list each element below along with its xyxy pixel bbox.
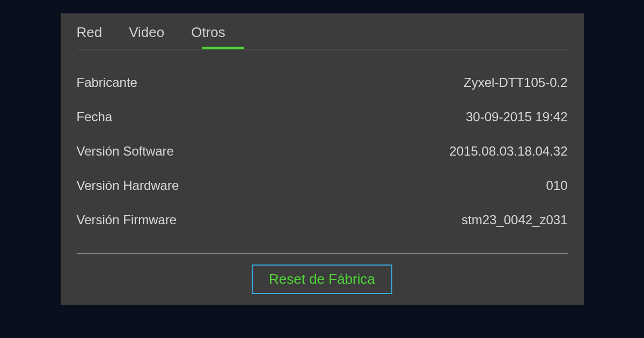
info-row-version-software: Versión Software 2015.08.03.18.04.32 [77, 134, 568, 168]
value-version-software: 2015.08.03.18.04.32 [449, 144, 567, 159]
info-row-version-hardware: Versión Hardware 010 [77, 168, 568, 203]
reset-factory-button[interactable]: Reset de Fábrica [252, 264, 392, 294]
value-version-hardware: 010 [546, 178, 567, 193]
label-version-software: Versión Software [77, 144, 174, 159]
info-row-version-firmware: Versión Firmware stm23_0042_z031 [77, 203, 568, 237]
value-fecha: 30-09-2015 19:42 [466, 109, 568, 124]
value-version-firmware: stm23_0042_z031 [462, 212, 567, 227]
tab-video[interactable]: Video [129, 24, 164, 41]
info-rows: Fabricante Zyxel-DTT105-0.2 Fecha 30-09-… [77, 65, 568, 253]
tab-red[interactable]: Red [77, 24, 103, 41]
label-version-hardware: Versión Hardware [77, 178, 179, 193]
label-fecha: Fecha [77, 109, 113, 124]
settings-panel: Red Video Otros Fabricante Zyxel-DTT105-… [61, 13, 584, 305]
tab-otros[interactable]: Otros [191, 24, 225, 41]
label-fabricante: Fabricante [77, 75, 137, 90]
info-row-fecha: Fecha 30-09-2015 19:42 [77, 100, 568, 134]
divider [77, 253, 568, 254]
value-fabricante: Zyxel-DTT105-0.2 [464, 75, 567, 90]
tab-active-indicator [202, 47, 244, 49]
info-row-fabricante: Fabricante Zyxel-DTT105-0.2 [77, 65, 568, 100]
tabs-container: Red Video Otros [77, 24, 568, 49]
button-container: Reset de Fábrica [77, 264, 568, 294]
label-version-firmware: Versión Firmware [77, 212, 177, 227]
